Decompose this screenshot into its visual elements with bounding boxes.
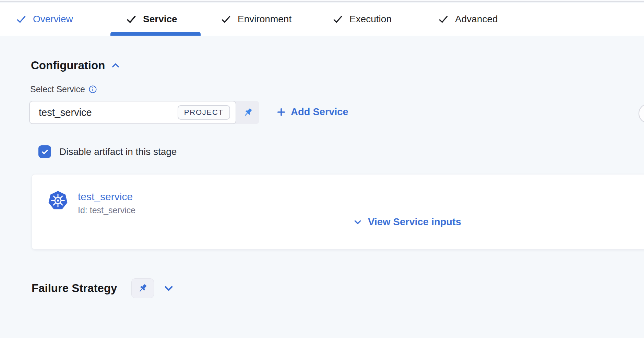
stage-tab-bar: Overview Service Environment Execution A (0, 3, 644, 36)
service-select-value: test_service (39, 107, 178, 118)
configuration-heading: Configuration (31, 59, 121, 72)
service-select-input[interactable]: test_service PROJECT (29, 101, 236, 124)
info-icon[interactable] (88, 85, 97, 94)
pin-service-button[interactable] (236, 101, 259, 124)
view-service-inputs-label: View Service inputs (368, 216, 461, 228)
pin-icon (138, 283, 148, 293)
tab-execution[interactable]: Execution (332, 3, 392, 36)
service-card-row: test_service Id: test_service (48, 191, 135, 215)
tab-label: Execution (349, 14, 392, 25)
tab-overview[interactable]: Overview (16, 3, 73, 36)
view-service-inputs-button[interactable]: View Service inputs (353, 216, 461, 228)
tab-advanced[interactable]: Advanced (438, 3, 498, 36)
top-divider (0, 0, 644, 2)
chevron-down-icon (353, 217, 362, 227)
service-select-group: test_service PROJECT (29, 101, 259, 124)
select-service-label-row: Select Service (30, 84, 97, 94)
chevron-up-icon[interactable] (110, 60, 121, 71)
check-icon (220, 14, 231, 25)
disable-artifact-row[interactable]: Disable artifact in this stage (38, 145, 177, 158)
tab-label: Overview (33, 14, 73, 25)
service-name-link[interactable]: test_service (78, 191, 135, 203)
pin-icon (243, 107, 253, 118)
tab-label: Service (143, 14, 177, 25)
tab-service[interactable]: Service (126, 3, 177, 36)
active-tab-indicator (110, 32, 201, 36)
kubernetes-icon (48, 191, 68, 210)
collapsed-panel-toggle[interactable] (639, 104, 644, 123)
check-icon (126, 14, 137, 25)
tab-environment[interactable]: Environment (220, 3, 291, 36)
check-icon (16, 14, 27, 25)
add-service-button[interactable]: Add Service (276, 106, 348, 118)
service-card-text: test_service Id: test_service (78, 191, 135, 215)
tab-label: Environment (238, 14, 291, 25)
tab-label: Advanced (455, 14, 498, 25)
check-icon (332, 14, 343, 25)
service-id-text: Id: test_service (78, 205, 135, 215)
configuration-title: Configuration (31, 59, 105, 72)
pin-failure-strategy-button[interactable] (131, 278, 154, 298)
disable-artifact-checkbox[interactable] (38, 145, 51, 158)
failure-strategy-title: Failure Strategy (32, 282, 117, 295)
disable-artifact-label: Disable artifact in this stage (59, 146, 177, 157)
add-service-label: Add Service (291, 106, 348, 118)
failure-strategy-heading: Failure Strategy (32, 278, 175, 298)
select-service-label: Select Service (30, 84, 85, 94)
plus-icon (276, 107, 286, 117)
check-icon (438, 14, 449, 25)
service-card: test_service Id: test_service View Servi… (32, 174, 644, 250)
chevron-down-icon[interactable] (163, 282, 175, 294)
scope-badge: PROJECT (178, 105, 230, 120)
